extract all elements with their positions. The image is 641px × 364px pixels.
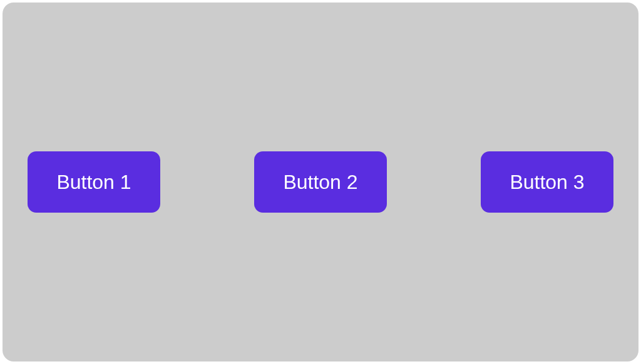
button-panel: Button 1 Button 2 Button 3 (3, 3, 638, 361)
button-2[interactable]: Button 2 (254, 151, 387, 213)
button-1[interactable]: Button 1 (28, 151, 160, 213)
button-3[interactable]: Button 3 (481, 151, 613, 213)
